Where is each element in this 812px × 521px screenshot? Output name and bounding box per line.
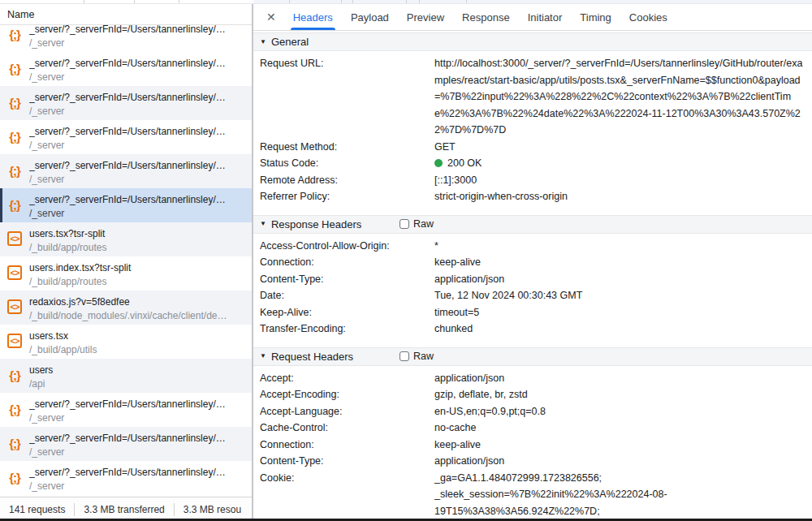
request-list-panel: Name {;} _server/?_serverFnId=/Users/tan… — [0, 4, 253, 521]
network-request-row[interactable]: <> users.tsx /_build/app/utils — [0, 325, 252, 359]
tab-initiator[interactable]: Initiator — [519, 4, 572, 30]
header-row: Transfer-Encoding: chunked — [253, 321, 812, 338]
devtools-network-panel: Name {;} _server/?_serverFnId=/Users/tan… — [0, 0, 812, 521]
fetch-icon: {;} — [6, 196, 23, 213]
raw-checkbox-label[interactable]: Raw — [413, 218, 434, 230]
request-path: /_build/node_modules/.vinxi/cache/client… — [29, 309, 248, 322]
header-value: strict-origin-when-cross-origin — [434, 188, 806, 205]
detail-tab-bar: ✕ Headers Payload Preview Response Initi… — [253, 4, 812, 31]
tab-headers[interactable]: Headers — [284, 4, 342, 30]
header-value: gzip, deflate, br, zstd — [434, 386, 806, 403]
header-row: Status Code: 200 OK — [253, 155, 812, 172]
header-row: Accept-Language: en-US,en;q=0.9,pt;q=0.8 — [253, 403, 812, 420]
fetch-icon: {;} — [6, 162, 23, 179]
script-file-icon: <> — [6, 265, 23, 281]
header-name: Accept: — [260, 370, 434, 387]
header-value: application/json — [434, 271, 806, 288]
header-row: Request URL: http://localhost:3000/_serv… — [253, 55, 812, 139]
header-name: Connection: — [260, 254, 434, 271]
request-name: redaxios.js?v=5f8edfee — [29, 295, 248, 309]
header-row: Access-Control-Allow-Origin: * — [253, 238, 812, 255]
script-file-icon: <> — [6, 230, 23, 247]
network-request-row[interactable]: <> users.index.tsx?tsr-split /_build/app… — [0, 256, 252, 291]
header-row: Accept-Encoding: gzip, deflate, br, zstd — [253, 386, 812, 403]
tab-cookies[interactable]: Cookies — [620, 4, 676, 30]
header-name: Accept-Language: — [260, 403, 434, 420]
tab-preview[interactable]: Preview — [398, 4, 453, 30]
request-name: _server/?_serverFnId=/Users/tannerlinsle… — [29, 125, 248, 139]
request-name: _server/?_serverFnId=/Users/tannerlinsle… — [29, 57, 248, 71]
fetch-icon: {;} — [6, 26, 23, 42]
request-name: _server/?_serverFnId=/Users/tannerlinsle… — [29, 432, 248, 446]
transferred-size: 3.3 MB transferred — [75, 503, 174, 516]
tab-timing[interactable]: Timing — [571, 4, 620, 30]
network-request-row[interactable]: {;} _server/?_serverFnId=/Users/tannerli… — [0, 25, 252, 52]
header-value: application/json — [434, 453, 806, 470]
header-value: timeout=5 — [434, 304, 806, 321]
raw-checkbox-label[interactable]: Raw — [413, 351, 434, 362]
section-title: Response Headers — [271, 218, 361, 230]
request-path: /_server — [29, 105, 248, 118]
header-row: Date: Tue, 12 Nov 2024 00:30:43 GMT — [253, 287, 812, 304]
section-header-bar[interactable]: ▼ Response Headers Raw — [253, 215, 812, 234]
section-title: Request Headers — [271, 351, 353, 363]
chevron-down-icon: ▼ — [260, 39, 266, 45]
header-value: http://localhost:3000/_server/?_serverFn… — [434, 55, 806, 139]
toolbar-edge-tick — [289, 0, 290, 3]
network-request-row[interactable]: {;} _server/?_serverFnId=/Users/tannerli… — [0, 461, 252, 495]
status-ok-dot — [434, 159, 443, 167]
network-request-row[interactable]: {;} _server/?_serverFnId=/Users/tannerli… — [0, 154, 252, 188]
toolbar-edge-tick — [419, 0, 420, 3]
section-title: General — [271, 36, 309, 48]
name-column-header[interactable]: Name — [0, 4, 252, 25]
header-name: Transfer-Encoding: — [260, 321, 434, 338]
header-row: Content-Type: application/json — [253, 453, 812, 470]
network-request-row[interactable]: {;} _server/?_serverFnId=/Users/tannerli… — [0, 86, 252, 120]
headers-section: ▼ General Request URL: http://localhost:… — [253, 32, 812, 213]
script-file-icon: <> — [6, 333, 23, 349]
fetch-icon: {;} — [6, 435, 23, 451]
request-name: users.index.tsx?tsr-split — [29, 261, 248, 275]
header-name: Content-Type: — [260, 453, 434, 470]
toolbar-edge-tick — [341, 0, 342, 3]
network-request-row[interactable]: {;} users /api — [0, 359, 252, 393]
section-rows: Request URL: http://localhost:3000/_serv… — [253, 51, 812, 213]
header-name: Connection: — [260, 437, 434, 454]
tab-payload[interactable]: Payload — [342, 4, 398, 30]
network-request-row[interactable]: {;} _server/?_serverFnId=/Users/tannerli… — [0, 393, 252, 427]
network-request-row[interactable]: {;} _server/?_serverFnId=/Users/tannerli… — [0, 52, 252, 86]
chevron-down-icon: ▼ — [260, 353, 266, 360]
header-row: Content-Type: application/json — [253, 271, 812, 288]
request-name: _server/?_serverFnId=/Users/tannerlinsle… — [29, 25, 248, 37]
header-row: Connection: keep-alive — [253, 254, 812, 271]
header-value: keep-alive — [434, 254, 806, 271]
request-name: users — [29, 364, 248, 377]
tab-response[interactable]: Response — [453, 4, 519, 30]
section-header-bar[interactable]: ▼ General — [253, 32, 812, 51]
request-detail-panel: ✕ Headers Payload Preview Response Initi… — [253, 4, 812, 521]
toolbar-tint — [253, 0, 812, 3]
header-name: Status Code: — [260, 155, 434, 172]
raw-toggle: Raw — [400, 218, 434, 230]
header-value: en-US,en;q=0.9,pt;q=0.8 — [434, 403, 806, 420]
fetch-icon: {;} — [6, 469, 23, 485]
network-request-row[interactable]: <> redaxios.js?v=5f8edfee /_build/node_m… — [0, 291, 252, 325]
section-rows: Access-Control-Allow-Origin: * Connectio… — [253, 234, 812, 346]
raw-checkbox[interactable] — [400, 351, 409, 361]
headers-view[interactable]: ▼ General Request URL: http://localhost:… — [253, 31, 812, 521]
request-name: _server/?_serverFnId=/Users/tannerlinsle… — [29, 159, 248, 173]
network-request-row[interactable]: {;} _server/?_serverFnId=/Users/tannerli… — [0, 188, 252, 222]
network-request-row[interactable]: <> users.tsx?tsr-split /_build/app/route… — [0, 222, 252, 256]
close-icon[interactable]: ✕ — [258, 4, 284, 31]
raw-checkbox[interactable] — [400, 219, 409, 229]
request-path: /_server — [29, 411, 248, 424]
section-header-bar[interactable]: ▼ Request Headers Raw — [253, 347, 812, 366]
header-value: Tue, 12 Nov 2024 00:30:43 GMT — [434, 287, 806, 304]
header-name: Content-Type: — [260, 271, 434, 288]
request-path: /_server — [29, 446, 248, 459]
network-request-row[interactable]: {;} _server/?_serverFnId=/Users/tannerli… — [0, 427, 252, 461]
header-row: Keep-Alive: timeout=5 — [253, 304, 812, 321]
network-request-list[interactable]: {;} _server/?_serverFnId=/Users/tannerli… — [0, 25, 252, 497]
network-request-row[interactable]: {;} _server/?_serverFnId=/Users/tannerli… — [0, 120, 252, 154]
request-path: /_build/app/routes — [29, 241, 248, 254]
